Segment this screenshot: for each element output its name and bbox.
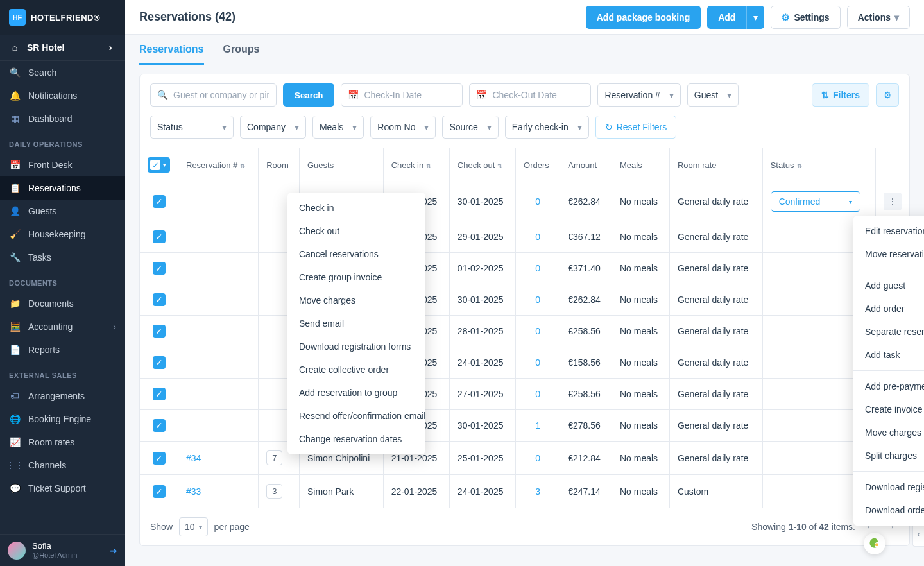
room-no-select[interactable]: Room No▾ (370, 116, 436, 139)
guest-search-input[interactable]: 🔍 (150, 83, 277, 107)
guest-select[interactable]: Guest▾ (687, 83, 739, 107)
bulk-menu-item[interactable]: Cancel reservations (287, 243, 425, 266)
sidebar-item-dashboard[interactable]: ▦Dashboard (0, 107, 125, 130)
row-checkbox[interactable]: ✓ (153, 356, 166, 369)
logo[interactable]: HF HOTELFRIEND® (0, 0, 125, 35)
cell-orders[interactable]: 0 (516, 284, 560, 316)
row-menu-item[interactable]: Download registration form (853, 476, 924, 499)
bulk-menu-item[interactable]: Send email (287, 312, 425, 335)
row-menu-item[interactable]: Separate reservation from group (853, 320, 924, 343)
col-reservation[interactable]: Reservation #⇅ (178, 148, 259, 182)
col-status[interactable]: Status⇅ (762, 148, 875, 182)
row-menu-item[interactable]: Add order (853, 297, 924, 320)
reservation-link[interactable]: #33 (186, 486, 201, 497)
row-menu-item[interactable]: Edit reservation (853, 219, 924, 243)
cell-orders[interactable]: 0 (516, 221, 560, 253)
cell-orders[interactable]: 0 (516, 182, 560, 221)
source-select[interactable]: Source▾ (442, 116, 498, 139)
bulk-menu-item[interactable]: Move charges (287, 289, 425, 312)
sidebar-item-room-rates[interactable]: 📈Room rates (0, 431, 125, 454)
cell-orders[interactable]: 0 (516, 316, 560, 347)
reset-filters-button[interactable]: ↻ Reset Filters (595, 116, 677, 139)
row-checkbox[interactable]: ✓ (153, 419, 166, 432)
add-package-booking-button[interactable]: Add package booking (586, 6, 701, 29)
company-select[interactable]: Company▾ (240, 116, 306, 139)
nav-scroll[interactable]: 🔍Search🔔Notifications▦DashboardDAILY OPE… (0, 61, 125, 534)
cell-orders[interactable]: 0 (516, 379, 560, 410)
add-button[interactable]: Add (707, 6, 746, 29)
help-fab[interactable] (864, 533, 886, 554)
cell-orders[interactable]: 0 (516, 347, 560, 379)
row-checkbox[interactable]: ✓ (153, 293, 166, 306)
tenant-switcher[interactable]: ⌂ SR Hotel › (0, 35, 125, 61)
reservation-link[interactable]: #34 (186, 453, 201, 463)
sidebar-item-housekeeping[interactable]: 🧹Housekeeping (0, 223, 125, 246)
sidebar-item-booking-engine[interactable]: 🌐Booking Engine (0, 407, 125, 431)
sidebar-item-front-desk[interactable]: 📅Front Desk (0, 153, 125, 176)
bulk-menu-item[interactable]: Create collective order (287, 358, 425, 381)
bulk-menu-item[interactable]: Check out (287, 219, 425, 243)
row-menu-item[interactable]: Add task (853, 343, 924, 366)
cell-orders[interactable]: 1 (516, 410, 560, 442)
bulk-menu-item[interactable]: Create group invoice (287, 266, 425, 289)
sidebar-item-accounting[interactable]: 🧮Accounting› (0, 315, 125, 338)
col-amount[interactable]: Amount (560, 148, 612, 182)
meals-select[interactable]: Meals▾ (312, 116, 364, 139)
col-room-rate[interactable]: Room rate (669, 148, 762, 182)
sidebar-item-reports[interactable]: 📄Reports (0, 338, 125, 361)
signin-icon[interactable]: ➜ (110, 545, 117, 556)
tab-groups[interactable]: Groups (223, 44, 260, 65)
col-meals[interactable]: Meals (612, 148, 669, 182)
page-size-select[interactable]: 10 ▾ (179, 517, 208, 536)
sidebar-item-notifications[interactable]: 🔔Notifications (0, 84, 125, 107)
bulk-menu-item[interactable]: Check in (287, 196, 425, 219)
row-menu-item[interactable]: Move charges (853, 421, 924, 444)
row-menu-item[interactable]: Move reservation (853, 243, 924, 266)
row-checkbox[interactable]: ✓ (153, 230, 166, 243)
sidebar-item-arrangements[interactable]: 🏷Arrangements (0, 384, 125, 407)
bulk-menu-item[interactable]: Download registration forms (287, 335, 425, 358)
row-menu-item[interactable]: Split charges (853, 444, 924, 467)
avatar[interactable] (8, 542, 26, 560)
settings-button[interactable]: ⚙ Settings (771, 6, 840, 29)
filters-button[interactable]: ⇅ Filters (812, 83, 869, 107)
status-select[interactable]: Status▾ (150, 116, 234, 139)
col-checkout[interactable]: Check out⇅ (449, 148, 515, 182)
reservation-number-select[interactable]: Reservation #▾ (597, 83, 680, 107)
select-all-checkbox[interactable]: ✓ ▾ (148, 157, 170, 173)
sidebar-item-undefined[interactable]: 💬Ticket Support (0, 477, 125, 500)
early-checkin-select[interactable]: Early check-in▾ (505, 116, 589, 139)
tab-reservations[interactable]: Reservations (139, 44, 204, 65)
checkin-date-input[interactable]: 📅 Check-In Date (341, 83, 463, 107)
col-checkin[interactable]: Check in⇅ (383, 148, 449, 182)
sidebar-item-search[interactable]: 🔍Search (0, 61, 125, 84)
sidebar-item-tasks[interactable]: 🔧Tasks (0, 246, 125, 269)
table-settings-button[interactable]: ⚙ (876, 83, 899, 107)
checkout-date-input[interactable]: 📅 Check-Out Date (469, 83, 591, 107)
row-menu-item[interactable]: Create invoice (853, 398, 924, 421)
col-orders[interactable]: Orders (516, 148, 560, 182)
cell-orders[interactable]: 3 (516, 475, 560, 508)
row-menu-item[interactable]: Add pre-payment (853, 375, 924, 398)
col-room[interactable]: Room (259, 148, 300, 182)
row-checkbox[interactable]: ✓ (153, 485, 166, 498)
sidebar-item-guests[interactable]: 👤Guests (0, 200, 125, 223)
add-caret-button[interactable]: ▾ (746, 6, 764, 29)
actions-button[interactable]: Actions ▾ (847, 6, 910, 29)
search-button[interactable]: Search (283, 83, 334, 107)
sidebar-item-reservations[interactable]: 📋Reservations (0, 176, 125, 200)
cell-orders[interactable]: 0 (516, 442, 560, 475)
row-menu-item[interactable]: Add guest (853, 274, 924, 297)
row-checkbox[interactable]: ✓ (153, 195, 166, 208)
row-checkbox[interactable]: ✓ (153, 388, 166, 400)
status-select[interactable]: Confirmed▾ (771, 191, 860, 212)
row-menu-item[interactable]: Download order overview (853, 499, 924, 522)
row-checkbox[interactable]: ✓ (153, 262, 166, 275)
bulk-menu-item[interactable]: Add reservation to group (287, 381, 425, 404)
bulk-menu-item[interactable]: Resend offer/confirmation email (287, 404, 425, 427)
cell-orders[interactable]: 0 (516, 253, 560, 284)
row-checkbox[interactable]: ✓ (153, 452, 166, 465)
sidebar-item-documents[interactable]: 📁Documents (0, 292, 125, 315)
row-actions-button[interactable]: ⋮ (884, 193, 902, 210)
bulk-menu-item[interactable]: Change reservation dates (287, 427, 425, 450)
